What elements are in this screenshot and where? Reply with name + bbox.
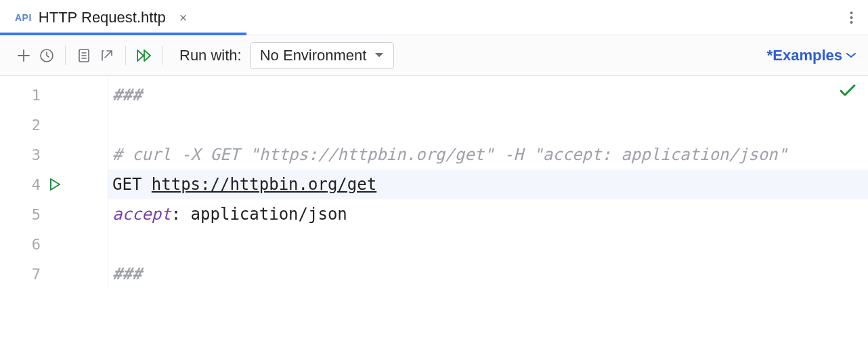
line-number: 3: [0, 146, 41, 163]
examples-dropdown[interactable]: *Examples: [767, 47, 856, 64]
code-line[interactable]: ###: [108, 259, 868, 289]
line-number: 6: [0, 236, 41, 253]
tab-title: HTTP Request.http: [39, 9, 166, 26]
tab[interactable]: API HTTP Request.http ×: [0, 0, 199, 35]
examples-label: *Examples: [767, 47, 842, 64]
code-line[interactable]: # curl -X GET "https://httpbin.org/get" …: [108, 140, 868, 170]
run-with-label: Run with:: [179, 47, 242, 64]
separator: [162, 46, 163, 65]
code-line[interactable]: GET https://httpbin.org/get: [108, 170, 868, 199]
history-icon[interactable]: [35, 44, 58, 67]
chevron-down-icon: [374, 52, 384, 59]
inspection-ok-icon[interactable]: [840, 84, 856, 98]
svg-point-0: [850, 12, 853, 14]
environment-select-value: No Environment: [260, 47, 367, 64]
code-editor[interactable]: 1 2 3 4 5 6 7 ### # curl -X GET "https:/…: [0, 76, 868, 289]
svg-point-2: [850, 21, 853, 24]
separator: [125, 46, 126, 65]
chevron-down-icon: [846, 52, 856, 59]
run-all-icon[interactable]: [133, 44, 156, 67]
code-line[interactable]: accept: application/json: [108, 199, 868, 229]
svg-point-1: [850, 16, 853, 19]
line-number: 5: [0, 206, 41, 223]
line-number: 4: [0, 176, 41, 193]
line-number: 2: [0, 117, 41, 134]
run-gutter-icon[interactable]: [41, 178, 98, 191]
environment-select[interactable]: No Environment: [250, 42, 395, 69]
code-line[interactable]: [108, 229, 868, 259]
tab-bar: API HTTP Request.http ×: [0, 0, 868, 35]
add-request-icon[interactable]: [12, 44, 35, 67]
line-number: 7: [0, 266, 41, 283]
close-tab-icon[interactable]: ×: [179, 11, 188, 24]
line-number: 1: [0, 87, 41, 104]
code-area[interactable]: ### # curl -X GET "https://httpbin.org/g…: [108, 76, 868, 289]
structure-icon[interactable]: [72, 44, 95, 67]
code-line[interactable]: [108, 110, 868, 140]
active-tab-indicator: [0, 33, 246, 35]
import-icon[interactable]: [95, 44, 118, 67]
separator: [65, 46, 66, 65]
toolbar: Run with: No Environment *Examples: [0, 35, 868, 76]
code-line[interactable]: ###: [108, 80, 868, 110]
more-menu-icon[interactable]: [835, 11, 868, 24]
api-file-icon: API: [15, 12, 32, 23]
gutter: 1 2 3 4 5 6 7: [0, 76, 108, 289]
